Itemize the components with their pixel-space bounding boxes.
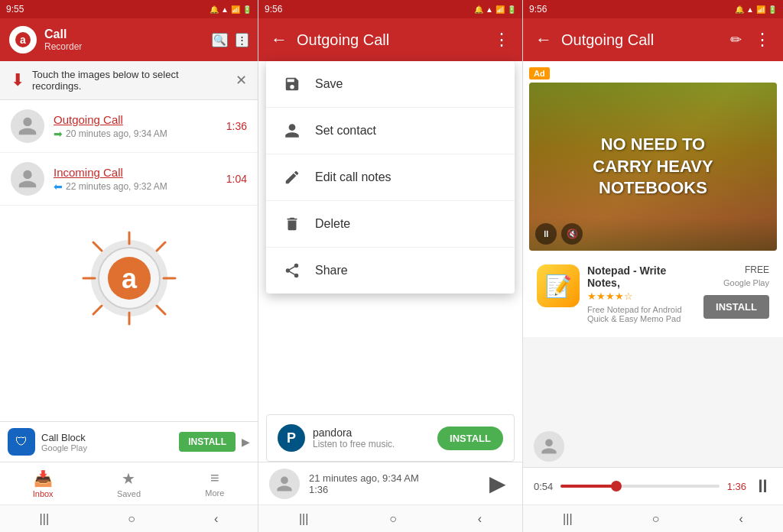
menu-item-editnotes[interactable]: Edit call notes — [266, 154, 515, 201]
more-menu-button[interactable]: ⋮ — [236, 33, 249, 47]
menu-item-setcontact[interactable]: Set contact — [266, 108, 515, 154]
svg-line-10 — [157, 242, 165, 251]
notepad-info: Notepad - Write Notes, ★★★★☆ Free Notepa… — [587, 264, 696, 323]
call-time-outgoing: 20 minutes ago, 9:34 AM — [66, 128, 167, 139]
contact-icon — [281, 120, 303, 141]
app-subtitle: Recorder — [44, 41, 204, 52]
panel-player: 9:56 🔔 ▲ 📶 🔋 ← Outgoing Call ✏ ⋮ Ad NO N… — [523, 0, 783, 532]
call-meta-incoming: ⬅ 22 minutes ago, 9:32 AM — [54, 180, 226, 193]
panel2-top-bar: ← Outgoing Call ⋮ — [258, 18, 522, 61]
call-meta-outgoing: ➡ 20 minutes ago, 9:34 AM — [54, 128, 226, 140]
save-icon — [281, 73, 303, 95]
status-icons-p1: 🔔 ▲ 📶 🔋 — [210, 5, 252, 14]
recent-apps-button[interactable]: ||| — [24, 509, 64, 529]
status-icons-p2: 🔔 ▲ 📶 🔋 — [474, 5, 516, 14]
call-item-outgoing[interactable]: Outgoing Call ➡ 20 minutes ago, 9:34 AM … — [0, 100, 258, 153]
svg-text:a: a — [121, 263, 137, 294]
call-info-outgoing: Outgoing Call ➡ 20 minutes ago, 9:34 AM — [54, 113, 226, 140]
install-callblock-button[interactable]: INSTALL — [179, 432, 236, 452]
edit-button-p3[interactable]: ✏ — [724, 28, 748, 51]
install-pandora-button[interactable]: INSTALL — [437, 427, 503, 450]
download-icon: ⬇ — [11, 70, 24, 90]
call-name-outgoing: Outgoing Call — [54, 113, 226, 126]
home-button[interactable]: ○ — [112, 509, 151, 529]
call-list: Outgoing Call ➡ 20 minutes ago, 9:34 AM … — [0, 100, 258, 421]
notepad-right: FREE Google Play INSTALL — [703, 264, 769, 323]
notification-icon-p2: 🔔 — [474, 5, 483, 14]
wifi-icon: ▲ — [221, 5, 229, 14]
notification-icon-p3: 🔔 — [735, 5, 744, 14]
status-time-p2: 9:56 — [265, 4, 282, 15]
system-nav-p2: ||| ○ ‹ — [258, 504, 522, 532]
callblock-icon: 🛡 — [8, 428, 35, 456]
menu-item-delete[interactable]: Delete — [266, 201, 515, 248]
detail-avatar — [269, 469, 300, 499]
back-button-p2-sys[interactable]: ‹ — [463, 509, 497, 529]
more-menu-p2[interactable]: ⋮ — [487, 27, 516, 53]
home-button-p3[interactable]: ○ — [637, 509, 675, 529]
panel2-title: Outgoing Call — [294, 31, 487, 49]
ad-video-controls: ⏸ 🔇 — [535, 223, 583, 245]
notepad-store: Google Play — [723, 278, 769, 287]
recent-apps-button-p3[interactable]: ||| — [547, 509, 587, 529]
app-name: Call — [44, 28, 204, 41]
call-item-incoming[interactable]: Incoming Call ⬅ 22 minutes ago, 9:32 AM … — [0, 153, 258, 206]
recent-apps-button-p2[interactable]: ||| — [284, 509, 323, 529]
notepad-price: FREE — [745, 264, 769, 275]
battery-icon-p3: 🔋 — [768, 5, 777, 14]
share-label: Share — [315, 264, 348, 277]
play-button[interactable]: ▶ — [484, 470, 512, 498]
back-button[interactable]: ‹ — [199, 509, 233, 529]
panel3-title: Outgoing Call — [558, 31, 724, 49]
player-current-time: 0:54 — [534, 481, 553, 492]
player-progress-bar[interactable] — [560, 485, 719, 488]
back-button-p2[interactable]: ← — [265, 27, 294, 53]
call-info-incoming: Incoming Call ⬅ 22 minutes ago, 9:32 AM — [54, 166, 226, 193]
home-button-p2[interactable]: ○ — [374, 509, 412, 529]
call-avatar-incoming — [11, 162, 44, 196]
notepad-ad: 📝 Notepad - Write Notes, ★★★★☆ Free Note… — [529, 257, 777, 331]
search-button[interactable]: 🔍 — [212, 33, 228, 47]
ad-pause-icon[interactable]: ⏸ — [535, 223, 557, 245]
nav-saved[interactable]: ★ Saved — [86, 466, 171, 501]
detail-call-duration: 1:36 — [309, 484, 475, 495]
incoming-arrow-icon: ⬅ — [54, 180, 63, 193]
system-nav-p3: ||| ○ ‹ — [523, 504, 783, 532]
share-icon — [281, 260, 303, 281]
more-icon: ≡ — [210, 469, 219, 487]
notepad-app-icon: 📝 — [537, 264, 580, 307]
close-banner-button[interactable]: ✕ — [236, 72, 247, 89]
install-notepad-button[interactable]: INSTALL — [703, 295, 769, 319]
nav-inbox[interactable]: 📥 Inbox — [0, 466, 86, 501]
back-button-p3-sys[interactable]: ‹ — [724, 509, 759, 529]
call-detail-row: 21 minutes ago, 9:34 AM 1:36 ▶ — [258, 462, 522, 504]
panel3-top-bar: ← Outgoing Call ✏ ⋮ — [523, 18, 783, 61]
pause-button-p3[interactable]: ⏸ — [754, 475, 772, 497]
status-time-p1: 9:55 — [6, 4, 24, 15]
menu-item-share[interactable]: Share — [266, 248, 515, 294]
player-seek-knob[interactable] — [611, 481, 622, 491]
nav-more[interactable]: ≡ More — [172, 466, 258, 501]
back-button-p3[interactable]: ← — [529, 27, 558, 53]
signal-icon: 📶 — [231, 5, 240, 14]
call-avatar-outgoing — [11, 109, 44, 143]
panel-outgoing-call-menu: 9:56 🔔 ▲ 📶 🔋 ← Outgoing Call ⋮ Save — [258, 0, 523, 532]
selection-banner: ⬇ Touch the images below to select recor… — [0, 61, 258, 100]
ad-banner-callblock: 🛡 Call Block Google Play INSTALL ▶ — [0, 421, 258, 462]
menu-item-save[interactable]: Save — [266, 61, 515, 108]
more-menu-p3[interactable]: ⋮ — [748, 27, 777, 53]
pandora-tagline: Listen to free music. — [313, 439, 430, 449]
banner-text: Touch the images below to select recordi… — [32, 69, 228, 92]
app-logo: a — [9, 26, 37, 54]
notepad-stars: ★★★★☆ — [587, 290, 696, 302]
status-bar-p3: 9:56 🔔 ▲ 📶 🔋 — [523, 0, 783, 18]
pandora-text: pandora Listen to free music. — [313, 427, 430, 449]
system-nav-p1: ||| ○ ‹ — [0, 504, 258, 532]
ad-mute-icon[interactable]: 🔇 — [561, 223, 583, 245]
call-duration-incoming: 1:04 — [226, 173, 247, 185]
setcontact-label: Set contact — [315, 124, 376, 138]
pandora-ad: P pandora Listen to free music. INSTALL — [266, 414, 515, 462]
saved-icon: ★ — [122, 469, 135, 488]
ad-headline: NO NEED TO CARRY HEAVY NOTEBOOKS — [585, 126, 720, 207]
pandora-logo: P — [278, 424, 305, 452]
